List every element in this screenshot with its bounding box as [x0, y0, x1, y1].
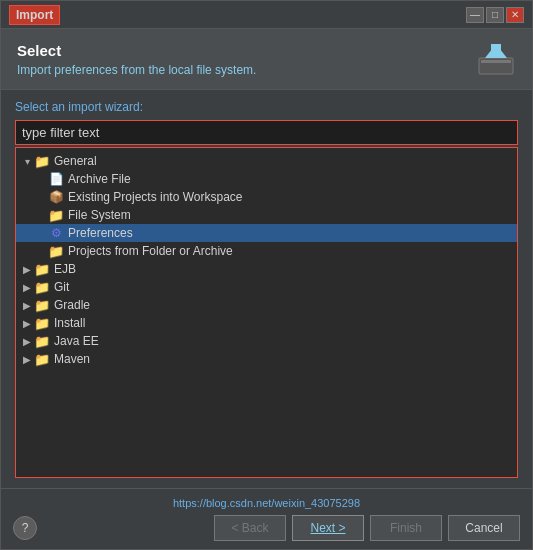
label-install: Install [54, 316, 85, 330]
label-general: General [54, 154, 97, 168]
tree-item-archive-file[interactable]: 📄 Archive File [16, 170, 517, 188]
folder-icon-maven: 📁 [34, 352, 50, 366]
toggle-fs [34, 208, 48, 222]
tree-item-install[interactable]: ▶ 📁 Install [16, 314, 517, 332]
title-bar: Import — □ ✕ [1, 1, 532, 29]
folder-icon-general: 📁 [34, 154, 50, 168]
header-text: Select Import preferences from the local… [17, 42, 256, 77]
archive-icon: 📄 [48, 172, 64, 186]
label-git: Git [54, 280, 69, 294]
label-preferences: Preferences [68, 226, 133, 240]
content-area: Select an import wizard: ▾ 📁 General 📄 A… [1, 90, 532, 488]
toggle-git[interactable]: ▶ [20, 280, 34, 294]
header-title: Select [17, 42, 256, 59]
toggle-pref [34, 226, 48, 240]
tree-container[interactable]: ▾ 📁 General 📄 Archive File 📦 Existing Pr… [15, 147, 518, 478]
label-maven: Maven [54, 352, 90, 366]
tree-item-preferences[interactable]: ⚙ Preferences [16, 224, 517, 242]
folder-icon-git: 📁 [34, 280, 50, 294]
title-controls: — □ ✕ [466, 7, 524, 23]
label-existing-projects: Existing Projects into Workspace [68, 190, 243, 204]
filter-input-wrapper [15, 120, 518, 145]
back-button[interactable]: < Back [214, 515, 286, 541]
svg-rect-3 [481, 60, 511, 63]
toggle-java-ee[interactable]: ▶ [20, 334, 34, 348]
toggle-archive [34, 172, 48, 186]
tree-item-maven[interactable]: ▶ 📁 Maven [16, 350, 517, 368]
tree-item-existing-projects[interactable]: 📦 Existing Projects into Workspace [16, 188, 517, 206]
tree-item-gradle[interactable]: ▶ 📁 Gradle [16, 296, 517, 314]
toggle-projects-folder [34, 244, 48, 258]
tree-item-git[interactable]: ▶ 📁 Git [16, 278, 517, 296]
label-ejb: EJB [54, 262, 76, 276]
project-icon: 📦 [48, 190, 64, 204]
import-dialog: Import — □ ✕ Select Import preferences f… [0, 0, 533, 550]
title-bar-left: Import [9, 5, 60, 25]
folder-icon-fs: 📁 [48, 208, 64, 222]
footer-url: https://blog.csdn.net/weixin_43075298 [13, 497, 520, 509]
window-title: Import [9, 5, 60, 25]
wizard-label: Select an import wizard: [15, 100, 518, 114]
tree-item-java-ee[interactable]: ▶ 📁 Java EE [16, 332, 517, 350]
pref-icon: ⚙ [48, 226, 64, 240]
toggle-general[interactable]: ▾ [20, 154, 34, 168]
folder-icon-projects: 📁 [48, 244, 64, 258]
label-java-ee: Java EE [54, 334, 99, 348]
header-subtitle: Import preferences from the local file s… [17, 63, 256, 77]
label-file-system: File System [68, 208, 131, 222]
label-archive-file: Archive File [68, 172, 131, 186]
footer: https://blog.csdn.net/weixin_43075298 ? … [1, 488, 532, 549]
maximize-button[interactable]: □ [486, 7, 504, 23]
help-button[interactable]: ? [13, 516, 37, 540]
folder-icon-ejb: 📁 [34, 262, 50, 276]
close-button[interactable]: ✕ [506, 7, 524, 23]
label-projects-folder: Projects from Folder or Archive [68, 244, 233, 258]
footer-buttons: ? < Back Next > Finish Cancel [13, 515, 520, 541]
toggle-install[interactable]: ▶ [20, 316, 34, 330]
finish-button[interactable]: Finish [370, 515, 442, 541]
minimize-button[interactable]: — [466, 7, 484, 23]
folder-icon-java-ee: 📁 [34, 334, 50, 348]
filter-input[interactable] [16, 121, 517, 144]
folder-icon-gradle: 📁 [34, 298, 50, 312]
cancel-button[interactable]: Cancel [448, 515, 520, 541]
tree-item-file-system[interactable]: 📁 File System [16, 206, 517, 224]
tree-item-ejb[interactable]: ▶ 📁 EJB [16, 260, 517, 278]
header-section: Select Import preferences from the local… [1, 29, 532, 90]
folder-icon-install: 📁 [34, 316, 50, 330]
toggle-maven[interactable]: ▶ [20, 352, 34, 366]
header-icon [476, 39, 516, 79]
tree-item-projects-folder[interactable]: 📁 Projects from Folder or Archive [16, 242, 517, 260]
next-button[interactable]: Next > [292, 515, 364, 541]
svg-rect-2 [491, 44, 501, 58]
toggle-ejb[interactable]: ▶ [20, 262, 34, 276]
toggle-existing [34, 190, 48, 204]
toggle-gradle[interactable]: ▶ [20, 298, 34, 312]
tree-item-general[interactable]: ▾ 📁 General [16, 152, 517, 170]
label-gradle: Gradle [54, 298, 90, 312]
